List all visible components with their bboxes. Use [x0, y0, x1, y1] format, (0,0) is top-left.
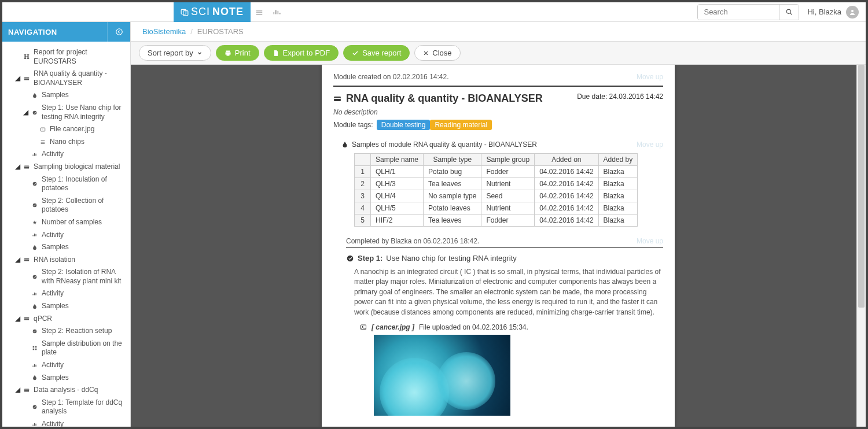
nav-item[interactable]: Samples [6, 372, 127, 384]
nav-item[interactable]: Samples [6, 241, 127, 254]
nav-title: NAVIGATION [2, 28, 107, 36]
svg-rect-25 [24, 390, 29, 390]
module-tag[interactable]: Reading material [430, 120, 492, 130]
breadcrumb: BioSistemika / EUROSTARS [131, 22, 866, 42]
table-header: Sample type [424, 154, 481, 166]
nav-item[interactable]: ◢RNA quality & quantity - BIOANALYSER [6, 68, 127, 89]
nav-item[interactable]: Nano chips [6, 136, 127, 149]
brand-logo[interactable]: SCINOTE [174, 2, 251, 22]
nav-item-label: Data analysis - ddCq [34, 386, 126, 395]
due-date: Due date: 24.03.2016 14:42 [577, 93, 663, 101]
nav-item[interactable]: Step 2: Isolation of RNA with RNeasy pla… [6, 266, 127, 287]
logo-icon [181, 8, 189, 16]
no-description: No description [333, 108, 663, 116]
nav-item[interactable]: HReport for project EUROSTARS [6, 46, 127, 68]
bars-icon [273, 8, 281, 16]
nav-item-label: Samples [42, 302, 126, 311]
caret-icon: ◢ [15, 74, 20, 83]
caret-icon: ◢ [15, 162, 20, 172]
nav-item[interactable]: Activity [6, 359, 127, 372]
sort-report-button[interactable]: Sort report by [139, 45, 211, 61]
module-title-text: RNA quality & quantity - BIOANALYSER [346, 93, 543, 105]
nav-item[interactable]: Step 2: Reaction setup [6, 325, 127, 338]
caret-icon: ◢ [15, 386, 20, 395]
nav-item-label: Step 1: Use Nano chip for testing RNA in… [42, 103, 126, 121]
menu-toggle-button[interactable] [251, 2, 268, 22]
nav-item[interactable]: Number of samples [6, 216, 127, 229]
nav-item[interactable]: ◢Step 1: Use Nano chip for testing RNA i… [6, 102, 127, 123]
nav-item[interactable]: Step 1: Template for ddCq analysis [6, 397, 127, 418]
nav-header: NAVIGATION [2, 22, 130, 42]
nav-item-label: Samples [42, 91, 126, 100]
svg-point-2 [786, 9, 790, 13]
nav-item[interactable]: ◢RNA isolation [6, 254, 127, 267]
svg-rect-15 [24, 259, 29, 260]
module-tag[interactable]: Double testing [377, 120, 431, 130]
nav-item[interactable]: Step 2: Collection of potatoes [6, 195, 127, 216]
bars-icon [31, 151, 38, 157]
nav-item[interactable]: Samples [6, 89, 127, 102]
nav-item[interactable]: ◢Data analysis - ddCq [6, 384, 127, 397]
svg-rect-32 [226, 54, 229, 56]
nav-item[interactable]: Activity [6, 148, 127, 161]
svg-rect-17 [24, 317, 29, 320]
nav-item[interactable]: ◢qPCR [6, 313, 127, 326]
circle-icon [31, 110, 38, 116]
circle-icon [31, 202, 38, 208]
sort-label: Sort report by [148, 49, 193, 57]
table-row: 2QLH/3Tea leavesNutrient04.02.2016 14:42… [355, 178, 638, 190]
image-icon [39, 127, 46, 132]
nav-item[interactable]: Activity [6, 287, 127, 300]
nav-item-label: Sample distribution on the plate [42, 339, 126, 357]
nav-item[interactable]: ◢Sampling biological material [6, 161, 127, 173]
nav-item-label: Sampling biological material [34, 162, 126, 172]
print-button[interactable]: Print [216, 45, 259, 61]
export-pdf-button[interactable]: Export to PDF [264, 45, 339, 61]
module-created-text: Module created on 02.02.2016 14:42. [333, 73, 449, 81]
nav-item[interactable]: Step 1: Inoculation of potatoes [6, 173, 127, 195]
search-icon [785, 8, 793, 16]
breadcrumb-org[interactable]: BioSistemika [142, 27, 186, 36]
activities-button[interactable] [268, 2, 285, 22]
nav-item-label: Step 2: Reaction setup [42, 327, 126, 336]
samples-table: Sample nameSample typeSample groupAdded … [354, 153, 638, 227]
collapse-sidebar-button[interactable] [107, 22, 130, 42]
svg-point-4 [116, 29, 122, 35]
search-button[interactable] [779, 4, 799, 20]
save-report-button[interactable]: Save report [343, 45, 410, 61]
main-area: BioSistemika / EUROSTARS Sort report by … [131, 22, 866, 427]
nav-item-label: Step 2: Collection of potatoes [42, 197, 126, 214]
move-up-link[interactable]: Move up [637, 73, 663, 81]
chevron-left-circle-icon [115, 28, 123, 36]
nav-item[interactable]: Activity [6, 418, 127, 427]
report-page: Module created on 02.02.2016 14:42. Move… [322, 65, 675, 427]
scrollbar-track[interactable] [856, 65, 866, 427]
brand-prefix: SCI [191, 6, 210, 18]
chevron-down-icon [197, 50, 203, 56]
table-header: Sample group [481, 154, 535, 166]
nav-item[interactable]: Sample distribution on the plate [6, 338, 127, 359]
nav-item[interactable]: Samples [6, 300, 127, 313]
close-button[interactable]: Close [414, 45, 460, 61]
move-up-link[interactable]: Move up [637, 140, 663, 149]
nav-item[interactable]: File cancer.jpg [6, 123, 127, 136]
svg-rect-34 [334, 98, 341, 99]
search-input[interactable] [698, 5, 779, 20]
svg-rect-22 [33, 349, 35, 350]
nav-item-label: Activity [42, 231, 126, 240]
credit-icon [23, 387, 30, 393]
nav-item[interactable]: Activity [6, 229, 127, 242]
credit-icon [23, 164, 30, 170]
module-tags-row: Module tags: Double testingReading mater… [333, 120, 663, 130]
table-row: 4QLH/5Potato leavesNutrient04.02.2016 14… [355, 202, 638, 214]
report-viewport[interactable]: Module created on 02.02.2016 14:42. Move… [131, 65, 866, 427]
scrollbar-thumb[interactable] [858, 65, 865, 308]
print-label: Print [235, 49, 251, 57]
move-up-link[interactable]: Move up [637, 237, 663, 245]
table-header: Sample name [371, 154, 424, 166]
user-menu[interactable]: Hi, Blazka [807, 6, 859, 19]
step-heading: Step 1: Use Nano chip for testing RNA in… [346, 254, 663, 262]
list-icon [39, 139, 46, 145]
file-preview-image [374, 335, 510, 416]
svg-rect-23 [35, 349, 37, 350]
